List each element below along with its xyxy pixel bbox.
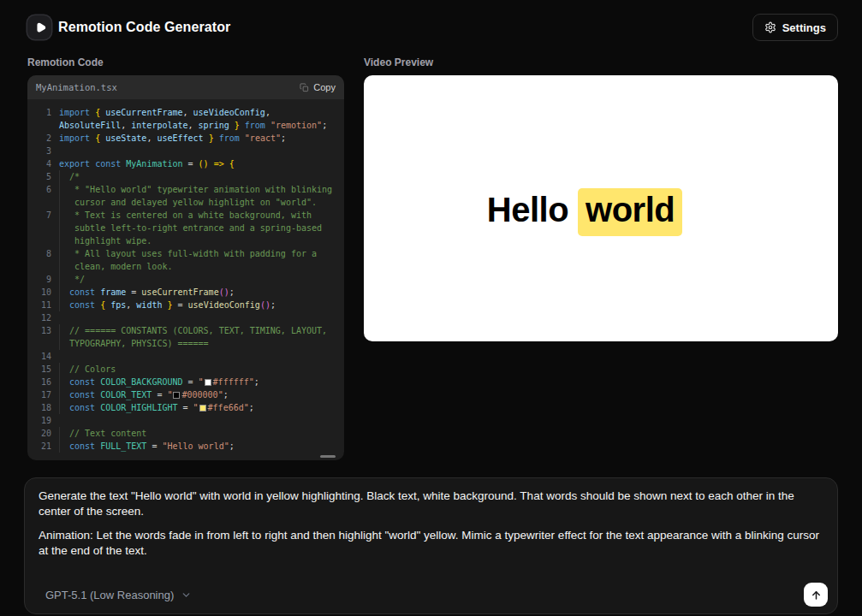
- code-text: [59, 414, 337, 427]
- preview-text-highlighted: world: [578, 188, 682, 236]
- main-content: MyAnimation.tsx Copy 1import { useCurren…: [0, 75, 862, 460]
- code-text: const COLOR_HIGHLIGHT = "#ffe66d";: [59, 401, 337, 414]
- code-text: * All layout uses full-width with paddin…: [59, 247, 337, 273]
- color-swatch-icon: [205, 379, 211, 386]
- line-number: 21: [34, 440, 51, 453]
- chevron-down-icon: [181, 589, 192, 601]
- line-number: 10: [34, 286, 51, 299]
- code-column: MyAnimation.tsx Copy 1import { useCurren…: [27, 75, 344, 460]
- code-text: const COLOR_BACKGROUND = "#ffffff";: [59, 376, 337, 388]
- color-swatch-icon: [199, 405, 206, 412]
- copy-button-label: Copy: [313, 82, 336, 92]
- code-text: const frame = useCurrentFrame();: [59, 286, 337, 299]
- code-line: 21const FULL_TEXT = "Hello world";: [34, 440, 337, 453]
- preview-text-plain: Hello: [487, 191, 568, 229]
- code-line: 8* All layout uses full-width with paddi…: [34, 247, 337, 273]
- code-line: 7* Text is centered on a white backgroun…: [34, 209, 337, 247]
- code-editor-header: MyAnimation.tsx Copy: [27, 75, 344, 99]
- line-number: 18: [34, 401, 51, 414]
- code-line: 9*/: [34, 273, 337, 286]
- code-panel-label: Remotion Code: [27, 56, 344, 68]
- line-number: 8: [34, 247, 51, 273]
- line-number: 16: [34, 376, 51, 388]
- code-line: 6* "Hello world" typewriter animation wi…: [34, 183, 337, 209]
- code-line: 3: [34, 145, 337, 157]
- settings-button[interactable]: Settings: [752, 14, 838, 41]
- model-selector-label: GPT-5.1 (Low Reasoning): [45, 589, 174, 601]
- code-editor-body[interactable]: 1import { useCurrentFrame, useVideoConfi…: [27, 99, 344, 460]
- code-line: 19: [34, 414, 337, 427]
- code-line: 2import { useState, useEffect } from "re…: [34, 132, 337, 145]
- line-number: 5: [34, 170, 51, 183]
- code-text: const COLOR_TEXT = "#000000";: [59, 388, 337, 401]
- code-line: 11const { fps, width } = useVideoConfig(…: [34, 299, 337, 311]
- code-line: 17const COLOR_TEXT = "#000000";: [34, 388, 337, 401]
- line-number: 17: [34, 388, 51, 401]
- code-line: 13// ====== CONSTANTS (COLORS, TEXT, TIM…: [34, 324, 337, 350]
- code-text: // ====== CONSTANTS (COLORS, TEXT, TIMIN…: [59, 324, 337, 350]
- code-text: [59, 311, 337, 324]
- code-text: [59, 145, 337, 157]
- line-number: 2: [34, 132, 51, 145]
- line-number: 13: [34, 324, 51, 350]
- line-number: 3: [34, 145, 51, 157]
- code-text: // Text content: [59, 427, 337, 440]
- code-text: * Text is centered on a white background…: [59, 209, 337, 247]
- line-number: 9: [34, 273, 51, 286]
- code-text: import { useState, useEffect } from "rea…: [59, 132, 337, 145]
- prompt-composer: Generate the text "Hello world" with wor…: [24, 477, 838, 614]
- composer-bottom-bar: GPT-5.1 (Low Reasoning): [25, 571, 837, 613]
- line-number: 11: [34, 299, 51, 311]
- code-line: 10const frame = useCurrentFrame();: [34, 286, 337, 299]
- line-number: 7: [34, 209, 51, 247]
- copy-button[interactable]: Copy: [300, 82, 336, 92]
- preview-column: Hello world: [364, 75, 838, 460]
- code-text: * "Hello world" typewriter animation wit…: [59, 183, 337, 209]
- model-selector[interactable]: GPT-5.1 (Low Reasoning): [45, 589, 192, 601]
- line-number: 19: [34, 414, 51, 427]
- code-text: import { useCurrentFrame, useVideoConfig…: [59, 106, 337, 132]
- code-line: 18const COLOR_HIGHLIGHT = "#ffe66d";: [34, 401, 337, 414]
- code-text: */: [59, 273, 337, 286]
- preview-panel-label: Video Preview: [364, 56, 838, 68]
- line-number: 12: [34, 311, 51, 324]
- code-text: export const MyAnimation = () => {: [59, 157, 337, 170]
- prompt-paragraph: Animation: Let the words fade in from le…: [39, 528, 823, 558]
- code-text: const FULL_TEXT = "Hello world";: [59, 440, 337, 453]
- remotion-logo-icon: [27, 15, 51, 39]
- preview-hello-world-text: Hello world: [487, 188, 682, 229]
- code-line: 4export const MyAnimation = () => {: [34, 157, 337, 170]
- code-line: 5/*: [34, 170, 337, 183]
- code-line: 20// Text content: [34, 427, 337, 440]
- line-number: 14: [34, 350, 51, 363]
- prompt-input[interactable]: Generate the text "Hello world" with wor…: [25, 487, 837, 571]
- page-title: Remotion Code Generator: [58, 20, 230, 35]
- code-line: 12: [34, 311, 337, 324]
- app-header: Remotion Code Generator Settings: [0, 0, 862, 50]
- code-filename: MyAnimation.tsx: [36, 82, 117, 92]
- code-line: 14: [34, 350, 337, 363]
- line-number: 6: [34, 183, 51, 209]
- code-text: const { fps, width } = useVideoConfig();: [59, 299, 337, 311]
- color-swatch-icon: [173, 392, 180, 399]
- panel-labels-row: Remotion Code Video Preview: [0, 50, 862, 75]
- play-triangle-icon: [33, 21, 47, 35]
- code-text: [59, 350, 337, 363]
- line-number: 4: [34, 157, 51, 170]
- settings-button-label: Settings: [782, 21, 826, 34]
- line-number: 15: [34, 363, 51, 376]
- code-editor-panel: MyAnimation.tsx Copy 1import { useCurren…: [27, 75, 344, 460]
- code-text: /*: [59, 170, 337, 183]
- code-text: // Colors: [59, 363, 337, 376]
- prompt-paragraph: Generate the text "Hello world" with wor…: [39, 489, 823, 518]
- line-number: 20: [34, 427, 51, 440]
- code-line: 1import { useCurrentFrame, useVideoConfi…: [34, 106, 337, 132]
- copy-icon: [300, 83, 309, 92]
- code-line: 16const COLOR_BACKGROUND = "#ffffff";: [34, 376, 337, 388]
- line-number: 1: [34, 106, 51, 132]
- gear-icon: [764, 21, 776, 33]
- arrow-up-icon: [810, 589, 823, 601]
- submit-prompt-button[interactable]: [804, 583, 828, 607]
- horizontal-scrollbar-thumb[interactable]: [320, 455, 336, 458]
- video-preview: Hello world: [364, 75, 838, 341]
